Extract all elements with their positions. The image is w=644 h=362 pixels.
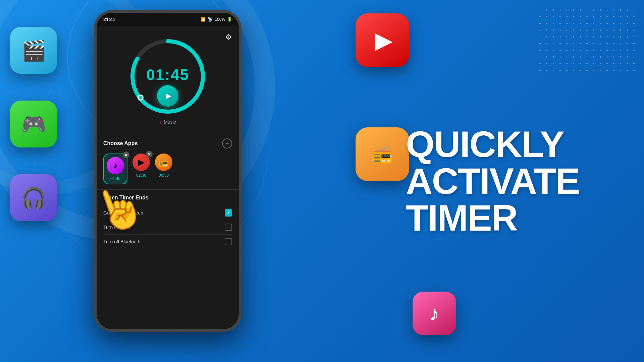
wifi-icon: 📡	[208, 17, 213, 22]
status-bar: 21:41 📶 📡 100% 🔋	[97, 13, 239, 26]
headline-line2: ACTIVATE	[406, 163, 624, 199]
music-label: Music	[159, 119, 176, 125]
radio-app-icon: 📻	[155, 154, 172, 171]
headline-line3: TIMER	[406, 199, 624, 236]
headline-line1: QUICKLY	[406, 126, 624, 163]
timer-area: ⚙ 01:45 Music	[97, 26, 239, 133]
app-item-music[interactable]: × ♪ 01:45	[103, 154, 127, 184]
right-content: QUICKLY ACTIVATE TIMER	[406, 0, 624, 362]
status-time: 21:41	[103, 17, 115, 22]
remove-music-badge[interactable]: ×	[123, 152, 129, 158]
main-headline: QUICKLY ACTIVATE TIMER	[406, 126, 624, 236]
timer-display: 01:45	[146, 66, 189, 84]
phone-screen: ⚙ 01:45 Music Choose Apps	[97, 26, 239, 329]
right-radio-icon[interactable]: 📻	[356, 127, 409, 181]
right-play-icon-container[interactable]: ▶	[356, 13, 409, 67]
battery-icon: 🔋	[227, 17, 232, 22]
settings-icon[interactable]: ⚙	[225, 33, 232, 42]
music-app-time: 01:45	[110, 176, 120, 181]
radio-icon-symbol: 📻	[372, 144, 393, 164]
option-wifi-checkbox[interactable]	[225, 224, 232, 231]
app-item-radio[interactable]: 📻 00:30	[155, 154, 172, 184]
option-bluetooth-checkbox[interactable]	[225, 238, 232, 245]
right-play-icon: ▶	[356, 13, 409, 67]
music-app-icon: ♪	[107, 157, 124, 174]
choose-apps-title: Choose Apps	[103, 140, 138, 146]
radio-app-time: 00:30	[159, 173, 169, 178]
left-app-icons: 🎬 🎮 🎧	[10, 27, 57, 221]
battery-label: 100%	[215, 17, 225, 22]
play-triangle-icon: ▶	[375, 26, 393, 54]
choose-apps-header: Choose Apps +	[103, 138, 232, 148]
timer-circle: 01:45	[127, 36, 208, 117]
phone-frame: 21:41 📶 📡 100% 🔋 ⚙ 01:45	[94, 10, 241, 332]
headphone-icon[interactable]: 🎧	[10, 174, 57, 221]
game-icon[interactable]: 🎮	[10, 101, 57, 147]
slider-dot[interactable]	[138, 95, 144, 101]
add-app-button[interactable]: +	[222, 138, 232, 148]
status-icons: 📶 📡 100% 🔋	[201, 17, 232, 22]
clapper-icon[interactable]: 🎬	[10, 27, 57, 74]
signal-icon: 📶	[201, 17, 206, 22]
play-button[interactable]	[157, 85, 178, 107]
option-home-screen-checkbox[interactable]	[225, 209, 232, 217]
play-app-time: 02:30	[136, 173, 146, 178]
app-items-list: × ♪ 01:45 × ▶ 02:30 📻 00:30	[103, 154, 232, 184]
phone-mockup: 21:41 📶 📡 100% 🔋 ⚙ 01:45	[94, 10, 245, 345]
choose-apps-section: Choose Apps + × ♪ 01:45 × ▶	[97, 133, 239, 189]
remove-play-badge[interactable]: ×	[146, 151, 153, 158]
